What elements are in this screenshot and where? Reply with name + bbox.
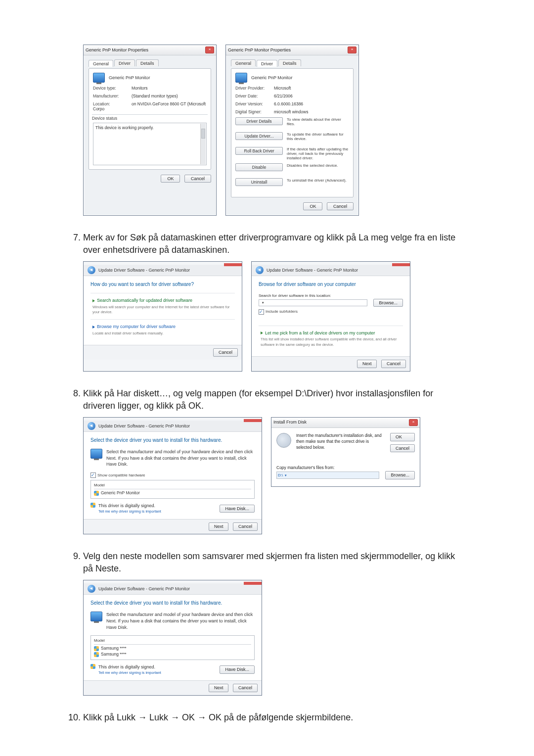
wizard-search-choice: Update Driver Software - Generic PnP Mon…: [83, 261, 242, 371]
tabs: General Driver Details: [231, 59, 354, 66]
shield-icon: [94, 491, 99, 496]
step-7-text: Merk av for Søk på datamaskinen etter dr…: [83, 233, 455, 255]
monitor-icon: [93, 73, 105, 83]
tab-general[interactable]: General: [231, 59, 256, 66]
close-icon[interactable]: ×: [348, 47, 356, 53]
device-name: Generic PnP Monitor: [251, 75, 292, 80]
have-disk-button[interactable]: Have Disk...: [220, 665, 255, 674]
dialog-title: Install From Disk: [273, 419, 409, 426]
wizard-question: How do you want to search for driver sof…: [90, 281, 235, 288]
browse-button[interactable]: Browse...: [373, 299, 403, 307]
update-driver-button[interactable]: Update Driver...: [235, 132, 283, 140]
window-controls: ×: [205, 47, 214, 53]
back-icon[interactable]: [88, 585, 95, 593]
window-controls: ×: [348, 47, 356, 53]
model-listbox[interactable]: Model Generic PnP Monitor: [90, 480, 255, 499]
disk-icon: [276, 433, 291, 448]
shield-icon: [94, 652, 99, 657]
device-status-group: Device status: [92, 114, 208, 121]
device-name: Generic PnP Monitor: [109, 75, 150, 80]
cancel-button[interactable]: Cancel: [233, 522, 258, 531]
select-heading: Select the device driver you want to ins…: [90, 600, 255, 607]
uninstall-button[interactable]: Uninstall: [235, 178, 283, 186]
step-9-text: Velg den neste modellen som samsvarer me…: [83, 551, 455, 573]
wizard-select-driver-2: Update Driver Software - Generic PnP Mon…: [83, 580, 262, 695]
scrollbar[interactable]: [200, 124, 206, 164]
next-button[interactable]: Next: [357, 360, 377, 368]
choice-browse-computer[interactable]: Browse my computer for driver software L…: [90, 319, 235, 340]
list-item[interactable]: Generic PnP Monitor: [94, 490, 251, 496]
back-icon[interactable]: [256, 266, 264, 274]
step-10-text: Klikk på Lukk → Lukk → OK → OK på de påf…: [83, 712, 353, 722]
copy-from-combo[interactable]: D:\▾: [276, 472, 379, 479]
wizard-select-driver-1: Update Driver Software - Generic PnP Mon…: [83, 417, 262, 534]
back-icon[interactable]: [88, 266, 95, 274]
install-from-disk-dialog: Install From Disk × Insert the manufactu…: [271, 417, 420, 487]
monitor-icon: [90, 449, 102, 459]
list-item[interactable]: Samsung ****: [94, 652, 251, 658]
cancel-button[interactable]: Cancel: [213, 348, 238, 357]
tab-driver[interactable]: Driver: [114, 59, 135, 66]
shield-icon: [90, 664, 95, 669]
shield-icon: [90, 503, 95, 508]
signing-info-link[interactable]: Tell me why driver signing is important: [98, 670, 161, 676]
shield-icon: [94, 646, 99, 651]
include-subfolders-checkbox[interactable]: Include subfolders: [259, 309, 403, 314]
monitor-icon: [235, 73, 247, 83]
next-button[interactable]: Next: [209, 684, 229, 692]
choice-auto-search[interactable]: Search automatically for updated driver …: [90, 293, 235, 319]
dialog-title: Generic PnP Monitor Properties: [228, 47, 348, 52]
monitor-icon: [90, 612, 102, 621]
driver-details-button[interactable]: Driver Details: [235, 117, 283, 125]
monitor-properties-general-dialog: Generic PnP Monitor Properties × General…: [83, 45, 217, 216]
browse-heading: Browse for driver software on your compu…: [259, 281, 403, 288]
ok-button[interactable]: OK: [161, 175, 180, 183]
tab-general[interactable]: General: [89, 60, 113, 67]
wizard-title: Update Driver Software - Generic PnP Mon…: [98, 586, 190, 592]
tab-details[interactable]: Details: [136, 59, 159, 66]
cancel-button[interactable]: Cancel: [327, 202, 354, 210]
step-8-text: Klikk på Har diskett…, og velg mappen (f…: [83, 388, 433, 411]
next-button[interactable]: Next: [209, 522, 229, 531]
wizard-browse-pick: Update Driver Software - Generic PnP Mon…: [251, 261, 410, 371]
signing-info-link[interactable]: Tell me why driver signing is important: [98, 509, 161, 515]
close-icon[interactable]: ×: [205, 47, 214, 53]
dialog-title: Generic PnP Monitor Properties: [86, 47, 205, 52]
tabs: General Driver Details: [89, 59, 211, 66]
model-listbox[interactable]: Model Samsung **** Samsung ****: [90, 635, 255, 660]
have-disk-button[interactable]: Have Disk...: [220, 505, 255, 513]
back-icon[interactable]: [88, 422, 95, 430]
choice-let-me-pick[interactable]: Let me pick from a list of device driver…: [259, 326, 403, 352]
cancel-button[interactable]: Cancel: [233, 684, 258, 692]
monitor-properties-driver-dialog: Generic PnP Monitor Properties × General…: [225, 45, 359, 216]
wizard-title: Update Driver Software - Generic PnP Mon…: [98, 267, 190, 274]
tab-driver[interactable]: Driver: [257, 60, 277, 67]
show-compatible-checkbox[interactable]: Show compatible hardware: [90, 472, 255, 478]
cancel-button[interactable]: Cancel: [381, 360, 406, 368]
wizard-title: Update Driver Software - Generic PnP Mon…: [267, 267, 358, 274]
path-combo[interactable]: ▾: [259, 299, 367, 306]
device-status-text: This device is working properly.: [93, 123, 207, 165]
select-heading: Select the device driver you want to ins…: [90, 437, 255, 444]
rollback-driver-button[interactable]: Roll Back Driver: [235, 147, 283, 155]
browse-button[interactable]: Browse...: [385, 471, 415, 479]
wizard-title: Update Driver Software - Generic PnP Mon…: [98, 423, 190, 429]
disable-button[interactable]: Disable: [235, 163, 283, 171]
tab-details[interactable]: Details: [278, 59, 301, 66]
ok-button[interactable]: OK: [390, 433, 415, 441]
ok-button[interactable]: OK: [303, 202, 322, 210]
close-icon[interactable]: ×: [409, 419, 418, 426]
cancel-button[interactable]: Cancel: [184, 175, 211, 183]
cancel-button[interactable]: Cancel: [390, 444, 415, 453]
list-item[interactable]: Samsung ****: [94, 646, 251, 652]
